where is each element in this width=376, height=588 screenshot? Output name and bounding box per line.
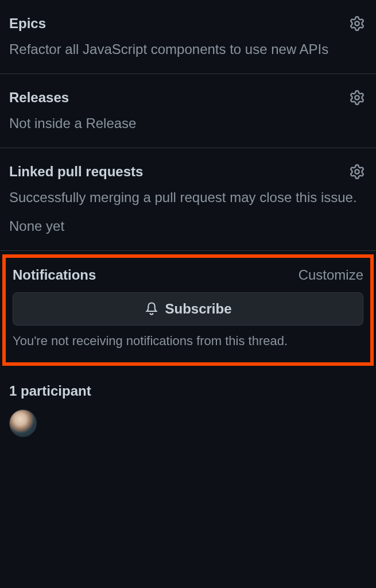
epics-section: Epics Refactor all JavaScript components… [0,0,376,74]
subscribe-label: Subscribe [165,301,231,317]
releases-content: Not inside a Release [9,113,367,134]
customize-button[interactable]: Customize [299,267,363,283]
epics-title: Epics [9,16,46,32]
epics-content: Refactor all JavaScript components to us… [9,39,367,60]
linked-pr-description: Successfully merging a pull request may … [9,187,367,208]
notifications-title: Notifications [13,267,96,283]
releases-settings-button[interactable] [347,88,367,107]
linked-pr-header: Linked pull requests [9,162,367,181]
linked-pr-title: Linked pull requests [9,164,143,180]
participants-section: 1 participant [0,369,376,448]
epics-settings-button[interactable] [347,14,367,33]
participants-title: 1 participant [9,383,367,399]
linked-pr-status: None yet [9,216,367,237]
participant-avatar[interactable] [9,409,37,437]
linked-pr-section: Linked pull requests Successfully mergin… [0,148,376,251]
notifications-highlight: Notifications Customize Subscribe You're… [2,254,374,366]
gear-icon [350,16,365,31]
releases-header: Releases [9,88,367,107]
notifications-header: Notifications Customize [13,267,363,283]
bell-icon [144,301,159,316]
gear-icon [350,164,365,179]
linked-pr-settings-button[interactable] [347,162,367,181]
subscribe-button[interactable]: Subscribe [13,292,363,326]
epics-header: Epics [9,14,367,33]
notifications-note: You're not receiving notifications from … [13,334,363,349]
releases-section: Releases Not inside a Release [0,74,376,148]
gear-icon [350,90,365,105]
releases-title: Releases [9,90,69,106]
